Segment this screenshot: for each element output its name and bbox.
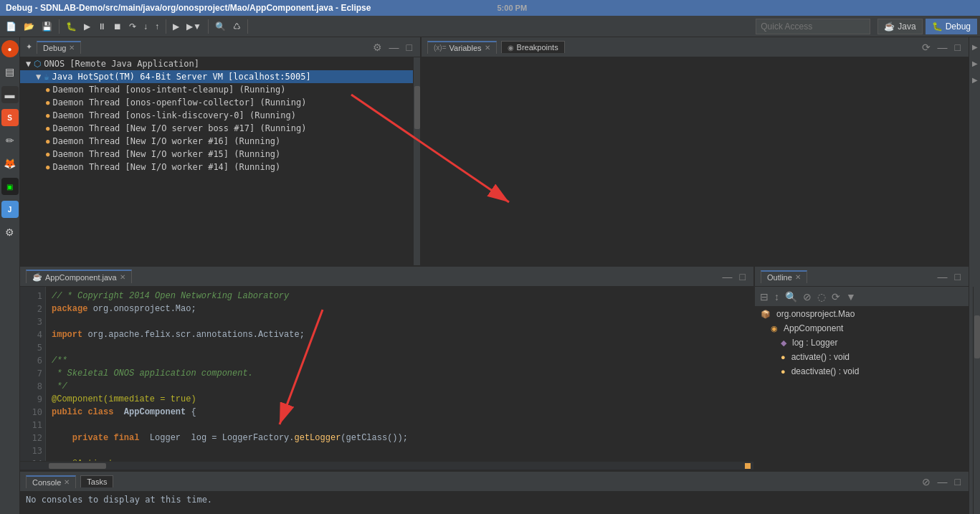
debug-maximize[interactable]: □ xyxy=(404,42,414,53)
editor-tab[interactable]: ☕ AppComponent.java ✕ xyxy=(26,270,132,283)
debug-tab[interactable]: Debug ✕ xyxy=(37,41,81,54)
debug-btn[interactable]: 🐛 xyxy=(63,20,80,33)
line-num-13: 13 xyxy=(23,444,42,457)
tasks-tab[interactable]: Tasks xyxy=(80,475,113,487)
var-action-1[interactable]: ⟳ xyxy=(920,42,933,53)
java-perspective-btn[interactable]: ☕ Java xyxy=(877,19,922,34)
java-icon[interactable]: J xyxy=(1,201,19,218)
step-into-btn[interactable]: ↓ xyxy=(141,20,151,33)
debug-tree-item-1[interactable]: ▼ ☕ Java HotSpot(TM) 64-Bit Server VM [l… xyxy=(20,70,413,83)
console-tab-close[interactable]: ✕ xyxy=(64,478,70,486)
code-line-10: public class AppComponent { xyxy=(52,406,748,419)
console-clear[interactable]: ⊘ xyxy=(920,476,933,487)
line-num-8: 8 xyxy=(23,380,42,393)
debug-scrollbar[interactable] xyxy=(413,57,420,265)
outline-more[interactable]: ▼ xyxy=(844,291,858,303)
line-numbers: 1234567891011121314151617 xyxy=(20,287,46,461)
terminal-icon[interactable]: ▬ xyxy=(1,86,19,103)
outline-sort[interactable]: ↕ xyxy=(772,291,781,303)
search-btn[interactable]: 🔍 xyxy=(212,20,229,33)
thread-icon: ● xyxy=(46,151,49,158)
var-minimize[interactable]: — xyxy=(936,42,950,53)
outline-hide-static[interactable]: ◌ xyxy=(815,291,828,303)
breakpoints-tab[interactable]: ◉ Breakpoints xyxy=(501,41,565,53)
outline-filter[interactable]: 🔍 xyxy=(783,291,799,303)
outline-tab[interactable]: Outline ✕ xyxy=(761,270,807,283)
console-panel: Console ✕ Tasks ⊘ — □ No consoles to dis… xyxy=(20,471,969,514)
debug-tree-item-6[interactable]: ● Daemon Thread [New I/O worker #16] (Ru… xyxy=(20,135,413,148)
editor-hscroll-thumb[interactable] xyxy=(49,463,106,469)
outline-item-0[interactable]: 📦 org.onosproject.Mao xyxy=(755,307,969,321)
right-btn-1[interactable]: ▶ xyxy=(969,40,980,54)
variables-panel: (x)= Variables ✕ ◉ Breakpoints ⟳ — □ xyxy=(422,37,969,265)
debug-perspective-btn[interactable]: 🐛 Debug xyxy=(926,19,977,34)
editor-hscroll[interactable] xyxy=(20,461,753,470)
debug-tree-item-7[interactable]: ● Daemon Thread [New I/O worker #15] (Ru… xyxy=(20,148,413,161)
line-num-12: 12 xyxy=(23,432,42,444)
run-ext-btn[interactable]: ▶▼ xyxy=(184,20,204,33)
editor-minimize[interactable]: — xyxy=(720,271,735,282)
outline-collapse-all[interactable]: ⊟ xyxy=(758,291,771,303)
terminal2-icon[interactable]: ▣ xyxy=(1,178,19,195)
new-btn[interactable]: 📄 xyxy=(3,20,19,33)
outline-hide-fields[interactable]: ⊘ xyxy=(801,291,814,303)
toolbar: 📄 📂 💾 🐛 ▶ ⏸ ⏹ ↷ ↓ ↑ ▶ ▶▼ 🔍 ♺ ☕ Java 🐛 De… xyxy=(0,16,980,37)
debug-tree-item-8[interactable]: ● Daemon Thread [New I/O worker #14] (Ru… xyxy=(20,161,413,173)
console-minimize[interactable]: — xyxy=(936,476,950,487)
debug-tree-item-4[interactable]: ● Daemon Thread [onos-link-discovery-0] … xyxy=(20,109,413,122)
outline-tab-close[interactable]: ✕ xyxy=(795,273,801,281)
outline-minimize[interactable]: — xyxy=(936,271,950,282)
perspective-buttons: ☕ Java 🐛 Debug xyxy=(877,19,977,34)
debug-scroll-thumb[interactable] xyxy=(414,86,420,129)
variables-tab-close[interactable]: ✕ xyxy=(485,44,490,52)
debug-tree: ▼ ⬡ ONOS [Remote Java Application]▼ ☕ Ja… xyxy=(20,57,413,265)
open-btn[interactable]: 📂 xyxy=(21,20,37,33)
resume-btn[interactable]: ▶ xyxy=(81,20,93,33)
save-btn[interactable]: 💾 xyxy=(39,20,55,33)
editor-maximize[interactable]: □ xyxy=(738,271,748,282)
step-return-btn[interactable]: ↑ xyxy=(152,20,162,33)
run-btn[interactable]: ▶ xyxy=(170,20,182,33)
code-content[interactable]: 1234567891011121314151617 // * Copyright… xyxy=(20,287,753,461)
outline-sync[interactable]: ⟳ xyxy=(829,291,842,303)
var-maximize[interactable]: □ xyxy=(953,42,963,53)
outline-item-3[interactable]: ● activate() : void xyxy=(755,350,969,364)
editor-tab-close[interactable]: ✕ xyxy=(120,273,125,281)
code-line-1: // * Copyright 2014 Open Networking Labo… xyxy=(52,290,748,303)
pause-btn[interactable]: ⏸ xyxy=(95,20,109,33)
outline-item-1[interactable]: ◉ AppComponent xyxy=(755,321,969,335)
debug-tree-item-5[interactable]: ● Daemon Thread [New I/O server boss #17… xyxy=(20,122,413,135)
debug-tree-item-3[interactable]: ● Daemon Thread [onos-openflow-collector… xyxy=(20,96,413,109)
code-line-2: package org.onosproject.Mao; xyxy=(52,303,748,315)
right-btn-2[interactable]: ▶ xyxy=(969,57,980,70)
debug-tree-item-0[interactable]: ▼ ⬡ ONOS [Remote Java Application] xyxy=(20,57,413,70)
outline-icon-1: ◉ xyxy=(771,324,778,333)
debug-tab-close[interactable]: ✕ xyxy=(69,44,75,52)
debug-action-1[interactable]: ⚙ xyxy=(371,42,384,53)
stop-btn[interactable]: ⏹ xyxy=(110,20,125,33)
variables-tab[interactable]: (x)= Variables ✕ xyxy=(427,41,497,54)
code-line-12: private final Logger log = LoggerFactory… xyxy=(52,432,748,444)
outline-icon-0: 📦 xyxy=(761,310,771,319)
right-btn-3[interactable]: ▶ xyxy=(969,73,980,87)
debug-tree-item-2[interactable]: ● Daemon Thread [onos-intent-cleanup] (R… xyxy=(20,83,413,96)
settings-icon[interactable]: ⚙ xyxy=(1,224,19,241)
debug-panel-header: ✦ Debug ✕ ⚙ — □ xyxy=(20,37,420,57)
package-explorer-icon[interactable]: ▤ xyxy=(1,63,19,80)
debug-tab-label: Debug xyxy=(43,44,66,52)
outline-maximize[interactable]: □ xyxy=(953,271,963,282)
sketch-icon[interactable]: ✏ xyxy=(1,132,19,149)
writer-icon[interactable]: S xyxy=(1,109,19,126)
console-header: Console ✕ Tasks ⊘ — □ xyxy=(20,472,969,492)
outline-item-2[interactable]: ◆ log : Logger xyxy=(755,335,969,350)
console-tab[interactable]: Console ✕ xyxy=(26,475,76,488)
debug-minimize[interactable]: — xyxy=(387,42,401,53)
console-maximize[interactable]: □ xyxy=(953,476,963,487)
ubuntu-icon[interactable]: ● xyxy=(1,40,19,57)
step-over-btn[interactable]: ↷ xyxy=(126,20,139,33)
refactor-btn[interactable]: ♺ xyxy=(230,20,244,33)
outline-item-4[interactable]: ● deactivate() : void xyxy=(755,364,969,379)
quick-access-input[interactable] xyxy=(756,19,870,34)
firefox-icon[interactable]: 🦊 xyxy=(1,155,19,172)
editor-header: ☕ AppComponent.java ✕ — □ xyxy=(20,267,753,287)
